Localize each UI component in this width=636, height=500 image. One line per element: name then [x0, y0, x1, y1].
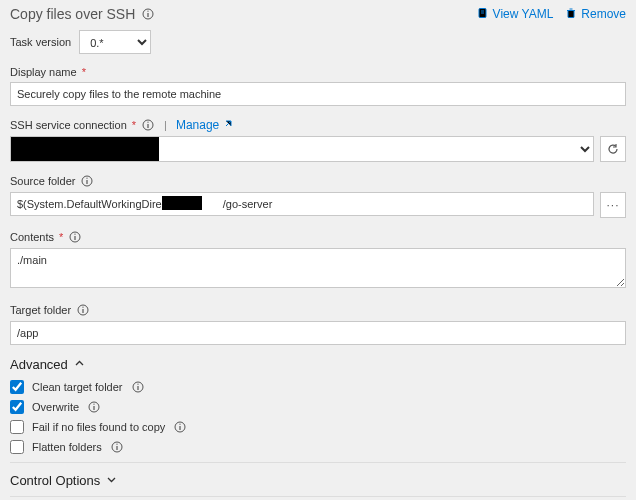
- remove-link[interactable]: Remove: [565, 7, 626, 22]
- manage-link[interactable]: Manage: [176, 118, 233, 132]
- clean-target-checkbox[interactable]: [10, 380, 24, 394]
- view-yaml-label: View YAML: [493, 7, 554, 21]
- fail-no-files-label: Fail if no files found to copy: [32, 421, 165, 433]
- required-marker: *: [132, 119, 136, 131]
- overwrite-label: Overwrite: [32, 401, 79, 413]
- clean-target-label: Clean target folder: [32, 381, 123, 393]
- separator: |: [164, 119, 167, 131]
- svg-point-17: [75, 234, 76, 235]
- info-icon[interactable]: [110, 440, 124, 454]
- fail-no-files-checkbox[interactable]: [10, 420, 24, 434]
- target-folder-input[interactable]: [10, 321, 626, 345]
- required-marker: *: [82, 66, 86, 78]
- external-icon: [223, 118, 233, 132]
- svg-point-2: [148, 11, 149, 12]
- info-icon[interactable]: [80, 174, 94, 188]
- svg-point-14: [87, 178, 88, 179]
- source-folder-label: Source folder: [10, 175, 75, 187]
- source-folder-input[interactable]: [10, 192, 594, 216]
- info-icon[interactable]: [141, 7, 155, 21]
- info-icon[interactable]: [76, 303, 90, 317]
- contents-label: Contents: [10, 231, 54, 243]
- display-name-input[interactable]: [10, 82, 626, 106]
- redacted-value: [162, 196, 202, 210]
- svg-point-29: [180, 424, 181, 425]
- browse-button[interactable]: ···: [600, 192, 626, 218]
- page-title: Copy files over SSH: [10, 6, 135, 22]
- info-icon[interactable]: [68, 230, 82, 244]
- trash-icon: [565, 7, 577, 22]
- target-folder-label: Target folder: [10, 304, 71, 316]
- task-version-label: Task version: [10, 36, 71, 48]
- info-icon[interactable]: [87, 400, 101, 414]
- control-options-toggle[interactable]: Control Options: [10, 473, 626, 488]
- task-version-select[interactable]: 0.*: [79, 30, 151, 54]
- refresh-button[interactable]: [600, 136, 626, 162]
- manage-label: Manage: [176, 118, 219, 132]
- contents-textarea[interactable]: ./main: [10, 248, 626, 288]
- display-name-label: Display name: [10, 66, 77, 78]
- remove-label: Remove: [581, 7, 626, 21]
- control-options-title: Control Options: [10, 473, 100, 488]
- chevron-up-icon: [74, 357, 85, 372]
- chevron-down-icon: [106, 473, 117, 488]
- svg-rect-6: [568, 10, 574, 17]
- info-icon[interactable]: [141, 118, 155, 132]
- svg-point-26: [93, 404, 94, 405]
- advanced-title: Advanced: [10, 357, 68, 372]
- info-icon[interactable]: [173, 420, 187, 434]
- yaml-icon: [477, 7, 489, 22]
- svg-point-23: [137, 384, 138, 385]
- svg-point-20: [83, 307, 84, 308]
- required-marker: *: [59, 231, 63, 243]
- svg-point-32: [116, 444, 117, 445]
- flatten-folders-label: Flatten folders: [32, 441, 102, 453]
- svg-point-11: [147, 122, 148, 123]
- info-icon[interactable]: [131, 380, 145, 394]
- redacted-value: [11, 137, 159, 161]
- overwrite-checkbox[interactable]: [10, 400, 24, 414]
- view-yaml-link[interactable]: View YAML: [477, 7, 554, 22]
- flatten-folders-checkbox[interactable]: [10, 440, 24, 454]
- advanced-section-toggle[interactable]: Advanced: [10, 357, 626, 372]
- ssh-label: SSH service connection: [10, 119, 127, 131]
